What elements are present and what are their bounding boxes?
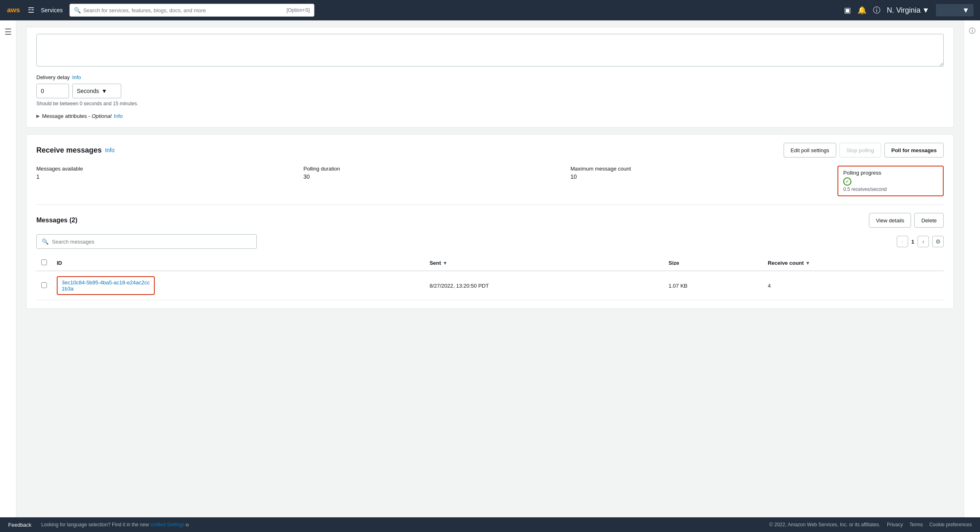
aws-logo[interactable]: aws bbox=[7, 3, 21, 18]
top-navigation: aws ☲ Services 🔍 [Option+S] ▣ 🔔 ⓘ N. Vir… bbox=[0, 0, 980, 20]
row-receive-count-cell: 4 bbox=[763, 271, 944, 300]
prev-page-button[interactable]: ‹ bbox=[897, 236, 908, 247]
main-content-area: Delivery delay Info 0 Seconds ▼ Should b… bbox=[16, 20, 964, 517]
footer: Feedback Looking for language selection?… bbox=[0, 517, 980, 532]
polling-duration-label: Polling duration bbox=[303, 166, 564, 172]
polling-rate-text: 0.5 receives/second bbox=[843, 186, 938, 192]
receive-messages-header: Receive messages Info Edit poll settings… bbox=[36, 143, 944, 157]
polling-stats-row: Messages available 1 Polling duration 30… bbox=[36, 166, 944, 205]
copyright-text: © 2022, Amazon Web Services, Inc. or its… bbox=[769, 522, 880, 528]
region-selector[interactable]: N. Virginia ▼ bbox=[887, 6, 930, 15]
row-select-checkbox[interactable] bbox=[41, 282, 47, 288]
messages-section-header: Messages (2) View details Delete bbox=[36, 213, 944, 228]
unified-settings-link[interactable]: Unified Settings bbox=[150, 522, 185, 528]
delay-hint-text: Should be between 0 seconds and 15 minut… bbox=[36, 101, 944, 106]
sent-column-header: Sent ▼ bbox=[425, 255, 664, 271]
table-settings-button[interactable]: ⚙ bbox=[932, 236, 944, 247]
table-row: 3ec10c84-5b95-4ba5-ac18-e24ac2cc1b3a 8/2… bbox=[36, 271, 944, 300]
delete-button[interactable]: Delete bbox=[914, 213, 944, 228]
right-info-panel: ⓘ bbox=[964, 20, 980, 517]
message-attributes-row: ▶ Message attributes - Optional Info bbox=[36, 113, 944, 119]
table-header-row: ID Sent ▼ Size R bbox=[36, 255, 944, 271]
next-page-button[interactable]: › bbox=[918, 236, 929, 247]
polling-progress-label: Polling progress bbox=[843, 170, 938, 176]
region-arrow: ▼ bbox=[922, 6, 929, 15]
delay-unit-label: Seconds bbox=[77, 88, 99, 94]
nav-icons-group: ▣ 🔔 ⓘ N. Virginia ▼ ▼ bbox=[844, 4, 973, 16]
delay-inputs-row: 0 Seconds ▼ bbox=[36, 84, 944, 98]
search-messages-bar[interactable]: 🔍 bbox=[36, 234, 257, 249]
sidebar-toggle-panel: ☰ bbox=[0, 20, 16, 517]
services-nav-button[interactable]: Services bbox=[41, 7, 63, 13]
row-id-cell: 3ec10c84-5b95-4ba5-ac18-e24ac2cc1b3a bbox=[52, 271, 425, 300]
messages-available-stat: Messages available 1 bbox=[36, 166, 303, 196]
feedback-button[interactable]: Feedback bbox=[8, 522, 31, 528]
stop-polling-button[interactable]: Stop polling bbox=[840, 143, 881, 157]
attributes-label: Message attributes - Optional bbox=[42, 113, 111, 119]
messages-section: Messages (2) View details Delete 🔍 ‹ bbox=[36, 213, 944, 300]
select-all-checkbox[interactable] bbox=[41, 259, 47, 265]
attributes-info-link[interactable]: Info bbox=[114, 113, 123, 119]
polling-check-icon: ✓ bbox=[843, 177, 851, 186]
expand-attributes-icon[interactable]: ▶ bbox=[36, 113, 40, 119]
messages-available-value: 1 bbox=[36, 173, 297, 180]
account-name bbox=[940, 6, 960, 15]
max-message-count-value: 10 bbox=[570, 173, 831, 180]
receive-info-link[interactable]: Info bbox=[105, 147, 114, 153]
messages-table-wrapper: ID Sent ▼ Size R bbox=[36, 255, 944, 300]
page-layout: ☰ Delivery delay Info 0 Seconds ▼ Should… bbox=[0, 20, 980, 517]
select-all-header bbox=[36, 255, 52, 271]
account-menu[interactable]: ▼ bbox=[936, 4, 973, 16]
terms-link[interactable]: Terms bbox=[909, 522, 923, 528]
sent-sort-arrow[interactable]: ▼ bbox=[443, 260, 448, 266]
message-body-textarea[interactable] bbox=[36, 34, 944, 66]
search-shortcut-hint: [Option+S] bbox=[287, 7, 310, 13]
optional-label: Optional bbox=[91, 113, 111, 119]
grid-menu-icon[interactable]: ☲ bbox=[28, 6, 34, 15]
current-page-number: 1 bbox=[911, 239, 914, 245]
max-message-count-stat: Maximum message count 10 bbox=[570, 166, 837, 196]
polling-progress-box: Polling progress ✓ 0.5 receives/second bbox=[837, 166, 944, 196]
polling-duration-value: 30 bbox=[303, 173, 564, 180]
id-column-header: ID bbox=[52, 255, 425, 271]
delay-unit-select[interactable]: Seconds ▼ bbox=[72, 84, 121, 98]
search-input[interactable] bbox=[83, 7, 287, 13]
size-column-header: Size bbox=[664, 255, 763, 271]
poll-for-messages-button[interactable]: Poll for messages bbox=[884, 143, 944, 157]
bell-icon[interactable]: 🔔 bbox=[858, 6, 866, 15]
receive-count-sort-arrow[interactable]: ▼ bbox=[805, 260, 810, 266]
receive-action-buttons: Edit poll settings Stop polling Poll for… bbox=[784, 143, 944, 157]
send-message-panel: Delivery delay Info 0 Seconds ▼ Should b… bbox=[26, 27, 954, 128]
polling-icon-row: ✓ bbox=[843, 177, 938, 186]
polling-duration-stat: Polling duration 30 bbox=[303, 166, 570, 196]
messages-title: Messages (2) bbox=[36, 217, 78, 224]
hamburger-menu-icon[interactable]: ☰ bbox=[4, 27, 12, 37]
privacy-link[interactable]: Privacy bbox=[887, 522, 903, 528]
view-details-button[interactable]: View details bbox=[869, 213, 911, 228]
search-messages-icon: 🔍 bbox=[42, 238, 49, 245]
search-messages-row: 🔍 ‹ 1 › ⚙ bbox=[36, 234, 944, 255]
delay-number-input[interactable]: 0 bbox=[36, 84, 69, 98]
messages-available-label: Messages available bbox=[36, 166, 297, 172]
region-label: N. Virginia bbox=[887, 6, 921, 15]
external-link-icon: ⧉ bbox=[186, 523, 189, 527]
message-id-link[interactable]: 3ec10c84-5b95-4ba5-ac18-e24ac2cc1b3a bbox=[57, 276, 155, 295]
row-checkbox-cell bbox=[36, 271, 52, 300]
global-search-bar[interactable]: 🔍 [Option+S] bbox=[69, 4, 314, 17]
cookie-preferences-link[interactable]: Cookie preferences bbox=[929, 522, 972, 528]
delivery-delay-info-link[interactable]: Info bbox=[72, 74, 81, 80]
footer-right-links: © 2022, Amazon Web Services, Inc. or its… bbox=[769, 522, 972, 528]
receive-count-column-header: Receive count ▼ bbox=[763, 255, 944, 271]
delivery-delay-label: Delivery delay bbox=[36, 74, 70, 80]
pagination-controls: ‹ 1 › ⚙ bbox=[897, 236, 944, 247]
search-messages-input[interactable] bbox=[52, 239, 252, 245]
receive-messages-title: Receive messages Info bbox=[36, 146, 114, 155]
row-size-cell: 1.07 KB bbox=[664, 271, 763, 300]
right-info-icon[interactable]: ⓘ bbox=[969, 27, 976, 35]
cloudshell-icon[interactable]: ▣ bbox=[844, 6, 851, 15]
delay-unit-arrow: ▼ bbox=[101, 88, 107, 94]
delivery-delay-section: Delivery delay Info bbox=[36, 74, 944, 80]
help-icon[interactable]: ⓘ bbox=[873, 5, 880, 15]
receive-messages-panel: Receive messages Info Edit poll settings… bbox=[26, 134, 954, 309]
edit-poll-settings-button[interactable]: Edit poll settings bbox=[784, 143, 836, 157]
